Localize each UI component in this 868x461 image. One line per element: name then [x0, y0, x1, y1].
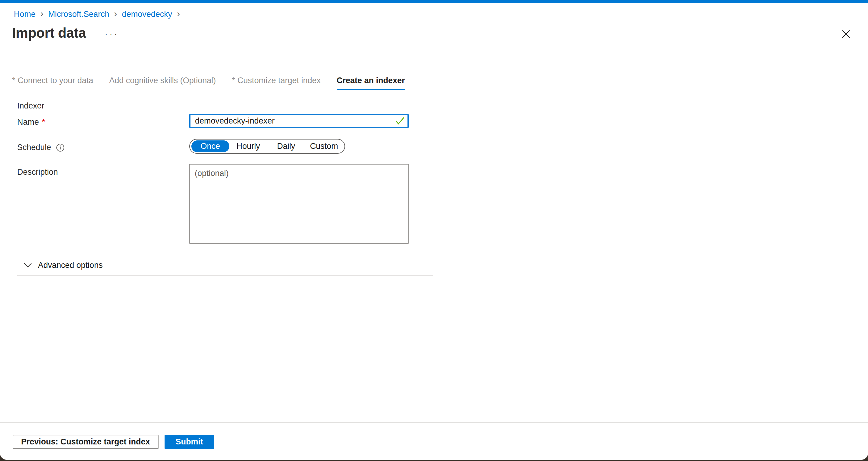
- tab-required-marker: *: [232, 76, 235, 85]
- schedule-option-hourly[interactable]: Hourly: [229, 141, 267, 152]
- breadcrumb-link-demovedecky[interactable]: demovedecky: [122, 10, 173, 19]
- breadcrumb-link-home[interactable]: Home: [14, 10, 36, 19]
- name-label-text: Name: [17, 118, 39, 127]
- tab-customize-target-index[interactable]: *Customize target index: [232, 76, 321, 90]
- name-input-container: [189, 114, 409, 128]
- schedule-option-once[interactable]: Once: [191, 141, 229, 152]
- breadcrumb-link-microsoft-search[interactable]: Microsoft.Search: [48, 10, 110, 19]
- tab-create-an-indexer[interactable]: Create an indexer: [337, 76, 405, 90]
- schedule-segmented-control: Once Hourly Daily Custom: [189, 139, 345, 154]
- import-data-panel: Home › Microsoft.Search › demovedecky › …: [0, 0, 868, 460]
- breadcrumb-separator-icon: ›: [177, 8, 180, 19]
- advanced-options-toggle[interactable]: Advanced options: [24, 258, 103, 272]
- indexer-name-input[interactable]: [189, 114, 409, 128]
- description-field-label: Description: [17, 167, 58, 177]
- schedule-field-label: Schedule: [17, 143, 64, 152]
- description-textarea[interactable]: [189, 164, 409, 244]
- more-options-icon[interactable]: ···: [105, 30, 119, 39]
- previous-step-button[interactable]: Previous: Customize target index: [13, 435, 158, 449]
- tab-add-cognitive-skills[interactable]: Add cognitive skills (Optional): [109, 76, 216, 90]
- tab-connect-to-your-data[interactable]: *Connect to your data: [12, 76, 93, 90]
- required-asterisk: *: [42, 118, 45, 127]
- close-icon[interactable]: [841, 29, 851, 39]
- footer-divider: [0, 423, 868, 423]
- schedule-option-daily[interactable]: Daily: [267, 141, 305, 152]
- tab-required-marker: *: [12, 76, 16, 85]
- azure-accent-bar: [0, 0, 868, 3]
- advanced-options-label: Advanced options: [38, 260, 103, 270]
- breadcrumb-separator-icon: ›: [40, 8, 43, 19]
- footer-actions: Previous: Customize target index Submit: [13, 435, 214, 449]
- submit-button[interactable]: Submit: [164, 435, 215, 449]
- wizard-tabs: *Connect to your data Add cognitive skil…: [12, 76, 405, 90]
- page-title: Import data: [12, 25, 86, 41]
- tab-label: Add cognitive skills (Optional): [109, 76, 216, 85]
- tab-label: Connect to your data: [18, 76, 93, 85]
- schedule-label-text: Schedule: [17, 143, 51, 152]
- breadcrumb: Home › Microsoft.Search › demovedecky ›: [14, 9, 185, 19]
- info-icon[interactable]: [56, 144, 64, 152]
- name-field-label: Name *: [17, 118, 45, 127]
- schedule-option-custom[interactable]: Custom: [305, 141, 343, 152]
- divider: [17, 275, 433, 276]
- tab-label: Create an indexer: [337, 76, 405, 85]
- divider: [17, 254, 433, 254]
- indexer-section-title: Indexer: [17, 101, 44, 111]
- chevron-down-icon: [24, 263, 32, 268]
- breadcrumb-separator-icon: ›: [114, 8, 117, 19]
- tab-label: Customize target index: [238, 76, 321, 85]
